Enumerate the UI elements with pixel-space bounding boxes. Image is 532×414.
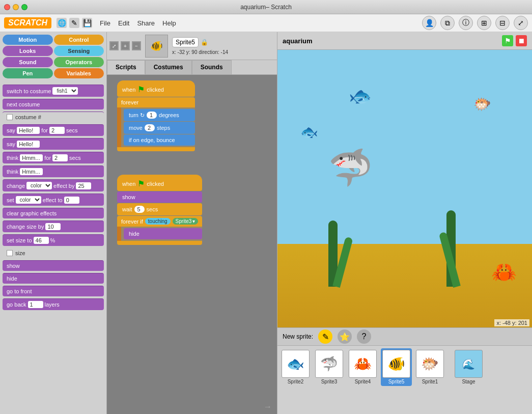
stage-thumb: 🌊 [455,350,483,378]
aquarium-background: 🐟 🐡 🐟 🦈 🦀 x: -48 y: 201 [277,50,532,327]
set-effect-dropdown[interactable]: color [16,196,41,204]
when-clicked-1[interactable]: when ⚑ clicked [117,80,195,97]
category-motion[interactable]: Motion [3,35,53,45]
menu-file[interactable]: File [100,19,110,27]
category-variables[interactable]: Variables [54,68,104,78]
size-by-input[interactable] [45,223,61,230]
sprite-item-sprite4[interactable]: 🦀 Sprite4 [347,348,378,386]
category-sound[interactable]: Sound [3,57,53,67]
tab-sounds[interactable]: Sounds [192,60,232,74]
grid2-icon[interactable]: ⊟ [495,16,510,30]
sprite-name[interactable]: Sprite5 [172,37,199,47]
upload-sprite-button[interactable]: ⭐ [338,329,352,344]
set-effect-val[interactable] [64,197,79,204]
random-sprite-button[interactable]: ? [357,329,371,344]
think-input[interactable] [20,154,43,161]
stage-canvas[interactable]: 🐟 🐡 🐟 🦈 🦀 x: -48 y: 201 [277,50,532,327]
block-say-secs[interactable]: say for secs [3,124,104,136]
block-change-effect[interactable]: change color effect by [3,179,104,191]
block-think-secs[interactable]: think for secs [3,152,104,163]
forever-if-block[interactable]: forever if touching Sprite3 ▾ [117,216,202,227]
sprite-item-sprite2[interactable]: 🐟 Sprite2 [280,348,311,386]
save-icon[interactable]: 💾 [82,18,92,28]
block-say[interactable]: say [3,138,104,150]
think-input2[interactable] [20,168,43,175]
secs-input[interactable] [49,127,65,134]
block-switch-costume[interactable]: switch to costume fish1 [3,85,104,97]
globe-icon[interactable]: 🌐 [57,18,67,28]
sprite-orange-fish[interactable]: 🐡 [473,96,491,113]
green-flag-button[interactable]: ⚑ [502,35,513,46]
block-show-script[interactable]: show [117,191,202,203]
minus-btn[interactable]: − [132,41,141,50]
sprite-item-sprite3[interactable]: 🦈 Sprite3 [314,348,345,386]
category-control[interactable]: Control [54,35,104,45]
sprite-crab[interactable]: 🦀 [491,260,517,284]
block-next-costume[interactable]: next costume [3,99,104,109]
block-turn[interactable]: turn ↻ 1 degrees [124,109,195,121]
category-sensing[interactable]: Sensing [54,46,104,56]
menu-help[interactable]: Help [162,19,176,27]
info-icon[interactable]: ⓘ [459,16,473,30]
layers-input[interactable] [28,301,43,308]
block-show[interactable]: show [3,260,104,271]
minimize-button[interactable] [13,4,19,10]
size-checkbox[interactable] [7,250,13,256]
costume-dropdown[interactable]: fish1 [52,87,78,95]
scroll-arrow[interactable]: → [264,402,272,411]
paint-sprite-button[interactable]: ✎ [318,329,332,344]
category-looks[interactable]: Looks [3,46,53,56]
block-go-back[interactable]: go back layers [3,298,104,310]
touching-dropdown[interactable]: touching [145,218,171,225]
block-hide[interactable]: hide [3,273,104,284]
green-flag-1: ⚑ [137,85,145,94]
block-wait[interactable]: wait 5 secs [117,203,202,215]
block-change-size[interactable]: change size by [3,220,104,232]
block-go-front[interactable]: go to front [3,286,104,296]
forever-block[interactable]: forever [117,97,195,107]
stop-button[interactable]: ⏹ [516,35,527,46]
when-clicked-2[interactable]: when ⚑ clicked [117,175,202,191]
expand-sprite-btn[interactable]: ⤢ [109,41,119,50]
block-costume-num[interactable]: costume # [3,112,104,122]
expand-icon[interactable]: ⤢ [514,16,528,30]
block-edge-bounce[interactable]: if on edge, bounce [124,134,195,146]
plus-btn[interactable]: + [121,41,130,50]
menu-share[interactable]: Share [137,19,155,27]
block-set-effect[interactable]: set color effect to [3,194,104,206]
set-size-input[interactable] [34,237,49,244]
block-think[interactable]: think [3,165,104,177]
effect-val-input[interactable] [76,182,91,189]
script-area[interactable]: when ⚑ clicked forever turn ↻ 1 degrees … [107,75,277,414]
sprite-thumb-sprite5: 🐠 [382,350,410,378]
close-button[interactable] [4,4,10,10]
sprite-item-sprite5[interactable]: 🐠 Sprite5 [381,348,412,386]
costume-checkbox[interactable] [7,114,13,120]
duplicate-icon[interactable]: ⧉ [440,16,455,30]
stage-item[interactable]: 🌊 Stage [453,348,484,386]
block-set-size[interactable]: set size to % [3,234,104,246]
block-size-checkbox[interactable]: size [3,248,104,258]
tab-costumes[interactable]: Costumes [145,60,192,74]
block-clear-effects[interactable]: clear graphic effects [3,208,104,218]
user-icon[interactable]: 👤 [422,16,436,30]
edit-icon[interactable]: ✎ [69,18,79,28]
grid-icon[interactable]: ⊞ [477,16,491,30]
effect-dropdown[interactable]: color [26,182,52,189]
block-hide-script[interactable]: hide [124,228,202,239]
say-input[interactable] [17,127,40,134]
think-secs-input[interactable] [52,154,68,161]
category-operators[interactable]: Operators [54,57,104,67]
menu-edit[interactable]: Edit [118,19,129,27]
sprite3-dropdown[interactable]: Sprite3 ▾ [173,218,199,225]
maximize-button[interactable] [21,4,27,10]
category-pen[interactable]: Pen [3,68,53,78]
sprite-red-fish[interactable]: 🐟 [300,124,318,141]
say-input2[interactable] [17,141,40,148]
block-move[interactable]: move 2 steps [124,122,195,134]
lock-icon[interactable]: 🔒 [201,39,208,46]
sprite-shark[interactable]: 🦈 [328,147,373,188]
tab-scripts[interactable]: Scripts [107,60,145,74]
sprite-purple-fish[interactable]: 🐟 [349,86,372,107]
sprite-item-sprite1[interactable]: 🐡 Sprite1 [414,348,445,386]
